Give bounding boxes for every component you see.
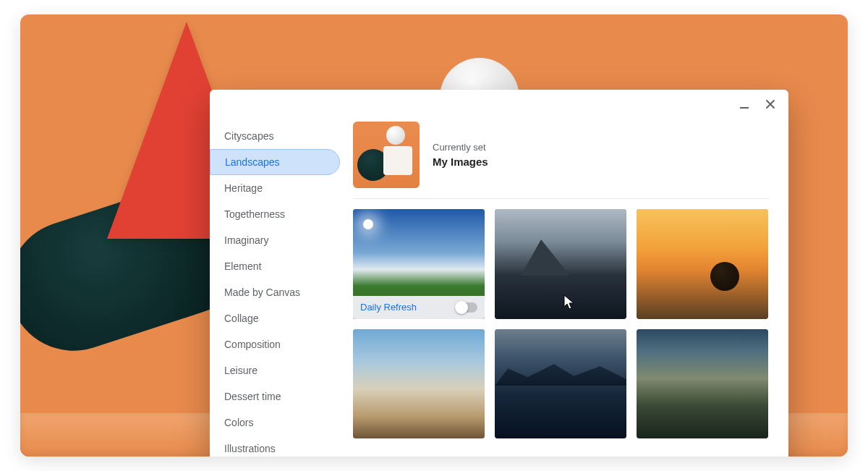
current-wallpaper-thumbnail[interactable] — [353, 122, 420, 188]
current-label: Currently set — [433, 142, 488, 153]
sidebar-item-illustrations[interactable]: Illustrations — [210, 436, 340, 457]
minimize-icon — [739, 99, 749, 109]
sidebar-item-togetherness[interactable]: Togetherness — [210, 201, 340, 227]
close-button[interactable] — [758, 93, 783, 115]
wallpaper-tile-landscape-rolling-hills-dusk[interactable] — [637, 329, 768, 439]
minimize-button[interactable] — [732, 93, 757, 115]
sidebar-item-dessert-time[interactable]: Dessert time — [210, 383, 340, 410]
wallpaper-picker-window: CityscapesLandscapesHeritageTogetherness… — [210, 90, 788, 457]
wallpaper-tile-landscape-grassland-sky[interactable]: Daily Refresh — [353, 209, 485, 319]
daily-refresh-bar: Daily Refresh — [353, 296, 485, 319]
sidebar-item-imaginary[interactable]: Imaginary — [210, 227, 340, 253]
wallpaper-tile-landscape-dark-mountain-water[interactable] — [495, 329, 626, 439]
sidebar-item-cityscapes[interactable]: Cityscapes — [210, 123, 340, 149]
sidebar-item-collage[interactable]: Collage — [210, 305, 340, 331]
wallpaper-tile-landscape-tidal-beach[interactable] — [353, 329, 485, 439]
daily-refresh-label: Daily Refresh — [360, 302, 417, 313]
desktop-background: CityscapesLandscapesHeritageTogetherness… — [20, 14, 848, 457]
close-icon — [765, 99, 775, 109]
wallpaper-content: Currently set My Images Daily Refresh — [347, 119, 788, 457]
sidebar-item-leisure[interactable]: Leisure — [210, 357, 340, 383]
current-wallpaper-row: Currently set My Images — [353, 120, 768, 199]
sidebar-item-heritage[interactable]: Heritage — [210, 175, 340, 201]
current-value: My Images — [433, 156, 488, 168]
svg-rect-0 — [740, 107, 749, 109]
window-titlebar[interactable] — [210, 90, 788, 119]
daily-refresh-toggle[interactable] — [456, 302, 477, 313]
sidebar-item-landscapes[interactable]: Landscapes — [210, 149, 340, 175]
wallpaper-tile-landscape-mountain-lake[interactable] — [495, 209, 626, 319]
wallpaper-tile-landscape-sunset-beach-rock[interactable] — [637, 209, 768, 319]
sidebar-item-composition[interactable]: Composition — [210, 331, 340, 357]
category-sidebar[interactable]: CityscapesLandscapesHeritageTogetherness… — [210, 119, 347, 457]
sidebar-item-colors[interactable]: Colors — [210, 410, 340, 436]
sidebar-item-element[interactable]: Element — [210, 253, 340, 279]
wallpaper-grid: Daily Refresh — [353, 209, 768, 438]
sidebar-item-made-by-canvas[interactable]: Made by Canvas — [210, 279, 340, 305]
